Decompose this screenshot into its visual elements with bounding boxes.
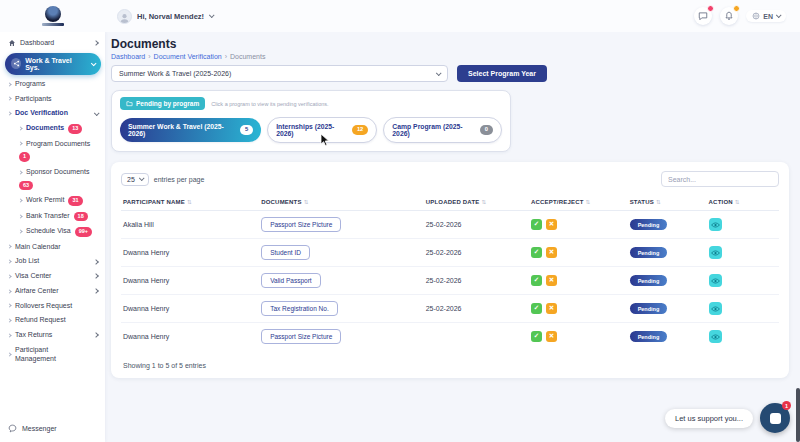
folder-icon — [126, 100, 133, 107]
sidebar-item-rollovers-request[interactable]: Rollovers Request — [4, 299, 102, 314]
sidebar-item-documents[interactable]: Documents 13 — [4, 121, 102, 137]
tab-camp-program[interactable]: Camp Program (2025-2026) 0 — [383, 117, 502, 143]
participant-name: Dwanna Henry — [121, 239, 259, 267]
chevron-right-icon — [7, 304, 11, 308]
chevron-right-icon — [18, 199, 22, 203]
chevron-right-icon — [7, 319, 11, 323]
breadcrumb-document-verification[interactable]: Document Verification — [154, 53, 222, 60]
tab-internships[interactable]: Internships (2025-2026) 12 — [267, 117, 377, 143]
col-accept-reject[interactable]: ACCEPT/REJECT⇅ — [529, 195, 628, 211]
chevron-right-icon — [18, 170, 22, 174]
support-chat-button[interactable]: 1 — [760, 403, 790, 433]
sidebar-item-work-permit[interactable]: Work Permit 31 — [4, 193, 102, 209]
sidebar-item-programs[interactable]: Programs — [4, 77, 102, 92]
table-row: Dwanna Henry Student ID 25-02-2026 ✓✕ Pe… — [121, 239, 779, 267]
chat-bubble-icon — [8, 424, 17, 433]
chevron-right-icon — [7, 245, 11, 249]
chevron-right-icon — [7, 352, 11, 356]
eye-icon — [711, 334, 720, 340]
user-menu[interactable]: Hi, Norval Mendez! — [117, 9, 213, 24]
chevron-down-icon — [776, 12, 782, 18]
sidebar-item-dashboard[interactable]: Dashboard — [4, 36, 102, 51]
col-status[interactable]: STATUS⇅ — [628, 195, 707, 211]
sidebar-item-messenger[interactable]: Messenger — [4, 419, 102, 438]
document-button[interactable]: Passport Size Picture — [261, 217, 341, 232]
document-button[interactable]: Valid Passport — [261, 273, 320, 288]
sidebar-item-participants[interactable]: Participants — [4, 92, 102, 107]
status-badge: Pending — [630, 331, 668, 342]
accept-button[interactable]: ✓ — [531, 247, 542, 258]
view-button[interactable] — [709, 246, 722, 259]
chevron-right-icon — [93, 288, 99, 294]
sidebar-item-refund-request[interactable]: Refund Request — [4, 313, 102, 328]
sidebar-item-program-documents[interactable]: Program Documents 1 — [4, 137, 102, 165]
messages-button[interactable] — [694, 7, 712, 25]
col-action[interactable]: ACTION⇅ — [707, 195, 779, 211]
reject-button[interactable]: ✕ — [546, 331, 557, 342]
col-documents[interactable]: DOCUMENTS⇅ — [259, 195, 424, 211]
table-row: Dwanna Henry Passport Size Picture ✓✕ Pe… — [121, 323, 779, 351]
view-button[interactable] — [709, 274, 722, 287]
pending-by-program-chip: Pending by program — [120, 97, 205, 110]
reject-button[interactable]: ✕ — [546, 275, 557, 286]
language-selector[interactable]: EN — [746, 10, 786, 22]
sidebar-item-bank-transfer[interactable]: Bank Transfer 18 — [4, 209, 102, 225]
view-button[interactable] — [709, 218, 722, 231]
col-participant-name[interactable]: PARTICIPANT NAME⇅ — [121, 195, 259, 211]
breadcrumb: Dashboard › Document Verification › Docu… — [111, 53, 789, 60]
chevron-down-icon — [139, 175, 145, 181]
document-button[interactable]: Tax Registration No. — [261, 301, 338, 316]
sidebar-item-airfare-center[interactable]: Airfare Center — [4, 284, 102, 299]
reject-button[interactable]: ✕ — [546, 219, 557, 230]
accept-button[interactable]: ✓ — [531, 219, 542, 230]
sidebar-item-tax-returns[interactable]: Tax Returns — [4, 328, 102, 343]
sidebar-item-visa-center[interactable]: Visa Center — [4, 269, 102, 284]
count-badge: 63 — [19, 181, 33, 191]
view-button[interactable] — [709, 302, 722, 315]
tab-count-badge: 12 — [352, 125, 368, 135]
view-button[interactable] — [709, 330, 722, 343]
chevron-right-icon — [7, 274, 11, 278]
notifications-button[interactable] — [720, 7, 738, 25]
reject-button[interactable]: ✕ — [546, 303, 557, 314]
sidebar-item-participant-management[interactable]: Participant Management — [4, 343, 102, 367]
sidebar-item-work-travel-sys[interactable]: Work & Travel Sys. — [5, 53, 101, 75]
scrollbar-thumb[interactable] — [796, 388, 800, 442]
sidebar-item-job-list[interactable]: Job List — [4, 254, 102, 269]
chevron-right-icon — [7, 82, 11, 86]
sort-icon: ⇅ — [482, 199, 487, 205]
chevron-right-icon — [93, 259, 99, 265]
count-badge: 99+ — [75, 227, 92, 237]
support-widget: Let us support you... 1 — [665, 403, 790, 433]
select-program-year-button[interactable]: Select Program Year — [457, 65, 547, 82]
page-size-select[interactable]: 25 — [121, 173, 149, 186]
breadcrumb-separator: › — [148, 53, 150, 60]
reject-button[interactable]: ✕ — [546, 247, 557, 258]
sidebar-item-sponsor-documents[interactable]: Sponsor Documents 63 — [4, 165, 102, 193]
chevron-down-icon — [94, 110, 100, 116]
main-content: Documents Dashboard › Document Verificat… — [105, 32, 800, 442]
sidebar-item-schedule-visa[interactable]: Schedule Visa 99+ — [4, 224, 102, 240]
document-button[interactable]: Student ID — [261, 245, 310, 260]
page-title: Documents — [111, 37, 789, 51]
program-year-select[interactable]: Summer Work & Travel (2025-2026) — [111, 65, 448, 82]
accept-button[interactable]: ✓ — [531, 275, 542, 286]
sort-icon: ⇅ — [735, 199, 740, 205]
tab-summer-work-travel[interactable]: Summer Work & Travel (2025-2026) 5 — [120, 118, 261, 142]
breadcrumb-dashboard[interactable]: Dashboard — [111, 53, 145, 60]
sidebar-item-main-calendar[interactable]: Main Calendar — [4, 240, 102, 255]
chevron-right-icon — [7, 333, 11, 337]
search-input[interactable] — [661, 171, 779, 187]
globe-icon — [752, 12, 760, 20]
uploaded-date: 25-02-2026 — [424, 211, 529, 239]
sidebar-item-doc-verification[interactable]: Doc Verification — [4, 106, 102, 121]
document-button[interactable]: Passport Size Picture — [261, 329, 341, 344]
accept-button[interactable]: ✓ — [531, 303, 542, 314]
breadcrumb-separator: › — [225, 53, 227, 60]
tab-count-badge: 0 — [480, 125, 493, 135]
sort-icon: ⇅ — [187, 199, 192, 205]
eye-icon — [711, 250, 720, 256]
col-uploaded-date[interactable]: UPLOADED DATE⇅ — [424, 195, 529, 211]
accept-button[interactable]: ✓ — [531, 331, 542, 342]
support-bubble: Let us support you... — [665, 409, 753, 428]
